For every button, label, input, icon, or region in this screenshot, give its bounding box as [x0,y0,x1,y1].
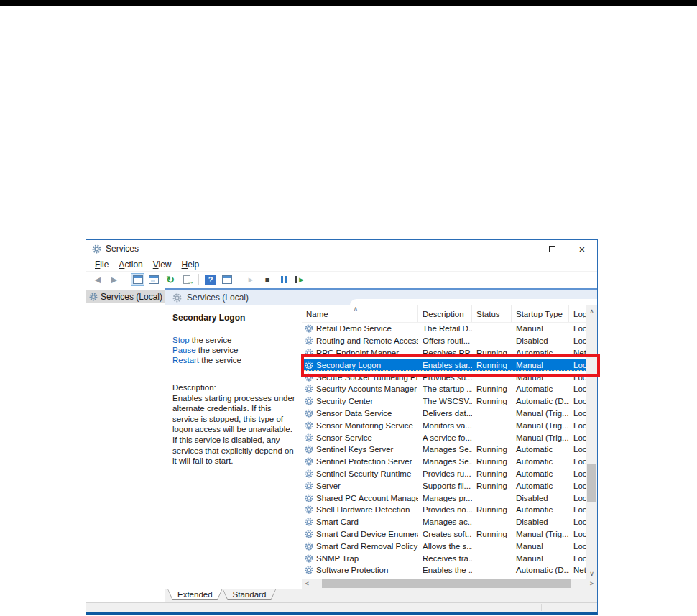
table-row[interactable]: Software Protection Enables the ... Auto… [302,564,586,576]
vertical-scroll-thumb[interactable] [587,464,596,502]
table-row[interactable]: Retail Demo Service The Retail D... Manu… [302,323,586,335]
vertical-scrollbar[interactable]: ∧ ∨ [586,305,597,579]
back-button[interactable]: ◄ [91,273,105,287]
horizontal-scrollbar[interactable]: < > [302,579,597,589]
service-description-cell: Delivers dat... [418,408,472,420]
service-log-on-as-cell: Loc [569,479,586,492]
maximize-button[interactable] [537,240,567,257]
title-bar[interactable]: Services × [86,240,597,257]
restart-service-link[interactable]: Restart [172,356,199,364]
table-row[interactable]: Shell Hardware Detection Provides no... … [302,504,586,516]
menu-item-action[interactable]: Action [114,258,147,271]
tab-extended[interactable]: Extended [167,589,223,600]
column-label: Status [476,310,500,318]
service-name: Secure Socket Tunneling Pr... [316,373,418,382]
table-row[interactable]: Sensor Monitoring Service Monitors va...… [302,419,586,431]
tree-item-services-local[interactable]: Services (Local) [86,290,165,303]
scroll-down-icon[interactable]: ∨ [586,568,597,579]
table-row[interactable]: Smart Card Device Enumera... Creates sof… [302,528,586,541]
show-console-tree-button[interactable] [131,273,144,286]
service-log-on-as-cell: Loc [569,443,586,456]
table-row[interactable]: Routing and Remote Access Offers routi..… [302,335,586,347]
table-row[interactable]: Secure Socket Tunneling Pr... Provides s… [302,371,586,383]
service-startup-type-cell: Disabled [512,492,569,504]
close-icon: × [579,244,586,254]
gear-icon [305,542,313,551]
menu-item-file[interactable]: File [90,258,114,271]
table-row[interactable]: Sentinel Protection Server Manages Se...… [302,456,586,468]
table-row[interactable]: Sensor Data Service Delivers dat... Manu… [302,408,586,420]
table-row[interactable]: Sentinel Security Runtime Provides ru...… [302,468,586,480]
table-row[interactable]: Security Center The WSCSV... Running Aut… [302,395,586,408]
stop-service-button[interactable]: ■ [260,273,274,287]
scroll-right-icon[interactable]: > [586,580,597,587]
restart-service-button[interactable]: ► [293,273,308,287]
service-startup-type-cell: Manual [512,552,569,564]
service-startup-type-cell: Manual [512,323,569,335]
column-header-log-on-as[interactable]: Log [569,305,586,322]
table-row[interactable]: Sensor Service A service fo... Manual (T… [302,431,586,443]
service-name-cell: Sentinel Protection Server [302,456,418,468]
column-header-description[interactable]: Description [418,305,472,322]
table-row[interactable]: RPC Endpoint Mapper Resolves RP... Runni… [302,347,586,359]
scroll-left-icon[interactable]: < [302,580,313,587]
pause-service-icon [281,276,287,283]
refresh-button[interactable]: ↻ [163,273,177,287]
horizontal-scroll-thumb[interactable] [322,579,571,588]
table-row[interactable]: Shared PC Account Manager Manages pr... … [302,492,586,504]
properties-icon [149,275,159,284]
column-header-startup-type[interactable]: Startup Type [512,305,569,322]
help-button[interactable]: ? [203,273,218,287]
forward-button[interactable]: ► [107,273,121,287]
start-service-button[interactable]: ► [244,273,258,287]
properties-button[interactable] [147,273,161,287]
tab-standard[interactable]: Standard [223,589,277,600]
link-suffix: the service [196,346,239,354]
service-log-on-as-cell: Loc [569,359,586,371]
service-status-cell: Running [472,383,512,395]
forward-icon: ► [109,275,119,285]
service-log-on-as-cell: Loc [569,504,586,516]
extended-view-button[interactable] [220,273,234,287]
minimize-button[interactable] [507,240,537,257]
table-row[interactable]: SNMP Trap Receives tra... Manual Loc [302,552,586,564]
service-description-cell: Offers routi... [418,335,472,347]
service-description-cell: Enables star... [418,359,472,371]
table-row[interactable]: Server Supports fil... Running Automatic… [302,479,586,492]
menu-item-help[interactable]: Help [177,258,205,271]
service-status-cell [472,335,512,347]
restart-service-icon: ► [295,276,305,284]
export-arrow-icon: → [187,278,194,285]
service-startup-type-cell: Automatic [512,479,569,492]
table-row[interactable]: Smart Card Removal Policy Allows the s..… [302,540,586,552]
pause-service-button[interactable] [277,273,291,287]
service-description-cell: Supports fil... [418,479,472,492]
status-bar-divider [456,604,456,611]
table-row[interactable]: Secondary Logon Enables star... Running … [302,359,586,371]
service-log-on-as-cell: Loc [569,528,586,541]
main-content: Services (Local) Services (Local) Second… [86,288,597,602]
vertical-scroll-track[interactable] [586,316,597,568]
service-description-cell: Receives tra... [418,552,472,564]
table-row[interactable]: Security Accounts Manager The startup ..… [302,383,586,395]
help-icon: ? [205,275,216,285]
column-header-name[interactable]: Name ∧ [302,305,418,322]
export-list-button[interactable]: → [180,273,194,287]
stop-service-link[interactable]: Stop [172,336,190,344]
column-label: Name [306,310,328,318]
service-name-cell: Sensor Data Service [302,408,418,420]
horizontal-scroll-track[interactable] [313,579,586,589]
service-name: Smart Card Device Enumera... [316,530,418,538]
gear-icon [305,518,313,526]
menu-item-view[interactable]: View [148,258,177,271]
table-row[interactable]: Sentinel Keys Server Manages Se... Runni… [302,443,586,456]
service-name-cell: SNMP Trap [302,552,418,564]
close-button[interactable]: × [567,240,597,257]
service-status-cell: Running [472,479,512,492]
scroll-up-icon[interactable]: ∧ [586,305,597,316]
table-row[interactable]: Smart Card Manages ac... Disabled Loc [302,516,586,528]
pause-service-link[interactable]: Pause [172,346,196,354]
column-header-status[interactable]: Status [472,305,512,322]
service-name-cell: Smart Card Device Enumera... [302,528,418,541]
service-status-cell [472,323,512,335]
